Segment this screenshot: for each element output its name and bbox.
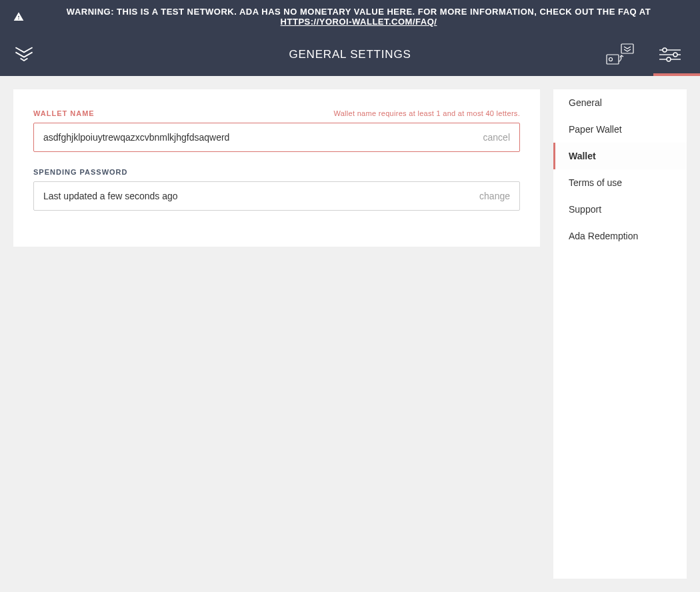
settings-panel: WALLET NAME Wallet name requires at leas… (13, 89, 540, 247)
wallet-name-label-row: WALLET NAME Wallet name requires at leas… (33, 109, 520, 117)
sidebar-item-general[interactable]: General (553, 89, 687, 116)
sidebar-item-paper-wallet[interactable]: Paper Wallet (553, 116, 687, 143)
header-left (12, 43, 36, 67)
sidebar-item-wallet[interactable]: Wallet (553, 143, 687, 169)
svg-point-8 (667, 57, 671, 61)
spending-password-status: Last updated a few seconds ago (43, 191, 473, 201)
wallet-name-label: WALLET NAME (33, 109, 95, 117)
spending-password-group: SPENDING PASSWORD Last updated a few sec… (33, 168, 520, 211)
app-logo-icon[interactable] (12, 43, 36, 67)
settings-icon-button[interactable] (653, 33, 687, 76)
spending-password-change-button[interactable]: change (473, 191, 510, 201)
wallet-name-group: WALLET NAME Wallet name requires at leas… (33, 109, 520, 152)
page-title: GENERAL SETTINGS (289, 48, 411, 61)
warning-icon (13, 11, 24, 22)
wallet-name-input[interactable] (43, 132, 477, 143)
wallets-icon-button[interactable] (604, 33, 637, 76)
warning-banner: WARNING: THIS IS A TEST NETWORK. ADA HAS… (0, 0, 700, 33)
app-header: GENERAL SETTINGS (0, 33, 700, 76)
wallet-name-hint: Wallet name requires at least 1 and at m… (333, 109, 520, 117)
warning-text: WARNING: THIS IS A TEST NETWORK. ADA HAS… (31, 7, 687, 27)
wallet-name-cancel-button[interactable]: cancel (477, 132, 510, 143)
warning-text-prefix: WARNING: THIS IS A TEST NETWORK. ADA HAS… (67, 7, 651, 17)
spending-password-wrap: Last updated a few seconds ago change (33, 181, 520, 211)
warning-faq-link[interactable]: HTTPS://YOROI-WALLET.COM/FAQ/ (281, 17, 437, 27)
svg-point-4 (663, 48, 667, 52)
content-area: WALLET NAME Wallet name requires at leas… (0, 76, 700, 592)
spending-password-label-row: SPENDING PASSWORD (33, 168, 520, 176)
header-right (604, 33, 687, 76)
sidebar-item-support[interactable]: Support (553, 196, 687, 223)
sidebar-item-terms-of-use[interactable]: Terms of use (553, 169, 687, 196)
svg-point-6 (673, 53, 677, 57)
settings-sidebar: General Paper Wallet Wallet Terms of use… (553, 89, 687, 579)
sidebar-item-ada-redemption[interactable]: Ada Redemption (553, 223, 687, 249)
svg-point-2 (609, 58, 613, 61)
spending-password-label: SPENDING PASSWORD (33, 168, 127, 176)
wallet-name-input-wrap: cancel (33, 123, 520, 152)
